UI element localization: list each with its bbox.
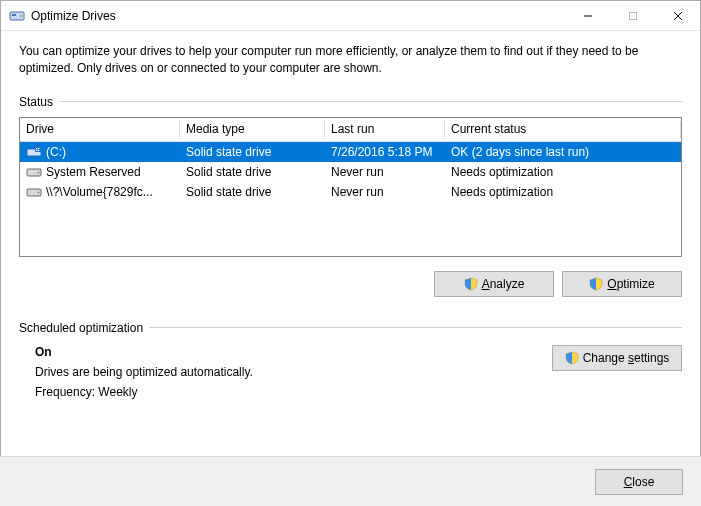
shield-icon	[464, 277, 478, 291]
optimize-drives-icon	[9, 8, 25, 24]
drive-list-headers[interactable]: Drive Media type Last run Current status	[20, 118, 681, 142]
svg-rect-9	[36, 148, 37, 149]
change-settings-label: Change settings	[583, 351, 670, 365]
titlebar: Optimize Drives	[1, 1, 700, 31]
window-controls	[565, 1, 700, 30]
column-header-media[interactable]: Media type	[180, 118, 325, 141]
minimize-button[interactable]	[565, 1, 610, 30]
scheduled-state: On	[35, 345, 532, 359]
drive-row[interactable]: (C:)Solid state drive7/26/2016 5:18 PMOK…	[20, 142, 681, 162]
drive-last-run: Never run	[325, 165, 445, 179]
drive-name-cell: \\?\Volume{7829fc...	[20, 185, 180, 199]
svg-rect-11	[36, 149, 37, 150]
drive-current-status: Needs optimization	[445, 165, 681, 179]
svg-rect-12	[38, 149, 39, 150]
drive-list[interactable]: Drive Media type Last run Current status…	[19, 117, 682, 257]
drive-name: (C:)	[46, 145, 66, 159]
drive-current-status: Needs optimization	[445, 185, 681, 199]
drive-name-cell: (C:)	[20, 145, 180, 159]
svg-point-14	[38, 171, 40, 173]
window-title: Optimize Drives	[31, 9, 565, 23]
optimize-label: Optimize	[607, 277, 654, 291]
footer: Close	[0, 456, 701, 506]
scheduled-frequency: Frequency: Weekly	[35, 385, 532, 399]
scheduled-description: Drives are being optimized automatically…	[35, 365, 532, 379]
scheduled-section-header: Scheduled optimization	[19, 321, 682, 335]
close-window-button[interactable]	[655, 1, 700, 30]
shield-icon	[565, 351, 579, 365]
drive-media-type: Solid state drive	[180, 145, 325, 159]
drive-row[interactable]: \\?\Volume{7829fc...Solid state driveNev…	[20, 182, 681, 202]
drive-current-status: OK (2 days since last run)	[445, 145, 681, 159]
drive-name: System Reserved	[46, 165, 141, 179]
drive-row[interactable]: System ReservedSolid state driveNever ru…	[20, 162, 681, 182]
maximize-button	[610, 1, 655, 30]
description-text: You can optimize your drives to help you…	[19, 43, 682, 77]
drive-icon	[26, 186, 42, 198]
drive-name-cell: System Reserved	[20, 165, 180, 179]
column-header-last-run[interactable]: Last run	[325, 118, 445, 141]
close-button[interactable]: Close	[595, 469, 683, 495]
drive-last-run: 7/26/2016 5:18 PM	[325, 145, 445, 159]
drive-media-type: Solid state drive	[180, 185, 325, 199]
svg-rect-8	[35, 147, 41, 152]
column-header-status[interactable]: Current status	[445, 118, 681, 141]
analyze-label: Analyze	[482, 277, 525, 291]
analyze-button[interactable]: Analyze	[434, 271, 554, 297]
drive-os-icon	[26, 146, 42, 158]
status-label: Status	[19, 95, 53, 109]
svg-rect-1	[12, 14, 16, 16]
svg-point-2	[20, 15, 22, 17]
status-section-header: Status	[19, 95, 682, 109]
drive-media-type: Solid state drive	[180, 165, 325, 179]
optimize-button[interactable]: Optimize	[562, 271, 682, 297]
column-header-drive[interactable]: Drive	[20, 118, 180, 141]
close-label: Close	[624, 475, 655, 489]
drive-icon	[26, 166, 42, 178]
change-settings-button[interactable]: Change settings	[552, 345, 682, 371]
svg-rect-10	[38, 148, 39, 149]
drive-name: \\?\Volume{7829fc...	[46, 185, 153, 199]
svg-point-16	[38, 191, 40, 193]
scheduled-label: Scheduled optimization	[19, 321, 143, 335]
shield-icon	[589, 277, 603, 291]
drive-last-run: Never run	[325, 185, 445, 199]
svg-rect-4	[629, 12, 636, 19]
